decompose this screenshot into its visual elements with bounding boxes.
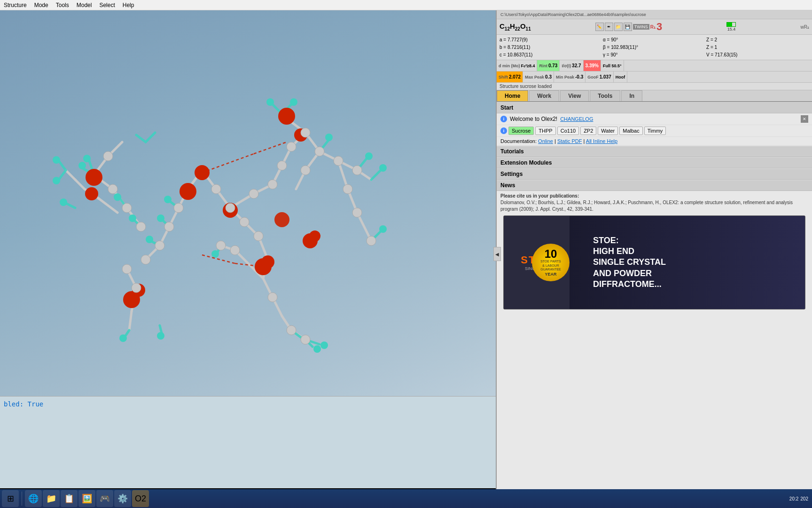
svg-point-122	[379, 225, 387, 233]
param-gamma: γ = 90°	[603, 51, 706, 58]
svg-point-106	[254, 231, 263, 241]
collapse-panel-arrow[interactable]: ◀	[493, 247, 501, 261]
tab-in[interactable]: In	[621, 90, 642, 101]
crystal-thpp[interactable]: THPP	[535, 127, 555, 135]
svg-point-133	[211, 250, 219, 258]
svg-point-87	[315, 147, 324, 156]
crystal-water[interactable]: Water	[598, 127, 618, 135]
shift-cell: Shift 2.072	[497, 71, 523, 82]
crystal-zp2[interactable]: ZP2	[580, 127, 596, 135]
draw-icon[interactable]: ✏️	[595, 23, 604, 31]
svg-point-107	[268, 293, 277, 302]
svg-point-101	[108, 184, 117, 194]
status-message: Structure sucrose loaded	[497, 83, 812, 90]
svg-point-104	[103, 151, 113, 161]
full-pct-cell: Full 50.5°	[601, 60, 624, 71]
svg-point-123	[78, 162, 86, 169]
svg-point-75	[85, 187, 98, 200]
rint-cell: Rint 0.73	[537, 60, 560, 71]
hoof-cell: Hoof	[614, 71, 628, 82]
stoe-badge: 10 STOE PARTS & LABOUR GUARANTEE YEAR	[532, 244, 570, 281]
svg-point-92	[268, 180, 277, 189]
welcome-text: Welcome to Olex2!	[510, 116, 557, 122]
close-welcome-btn[interactable]: ✕	[801, 115, 808, 123]
taskbar-app3[interactable]: 🎮	[96, 490, 113, 507]
svg-point-119	[325, 134, 333, 141]
svg-point-77	[180, 183, 196, 200]
stats-row-2: Shift 2.072 Max Peak 0.3 Min Peak -0.3 G…	[497, 71, 812, 83]
svg-point-118	[290, 98, 297, 106]
section-settings[interactable]: Settings	[497, 168, 812, 180]
section-news[interactable]: News	[497, 180, 812, 191]
svg-point-81	[274, 212, 289, 227]
stoe-badge-number: 10	[545, 248, 557, 260]
console-text: bled: True	[4, 400, 43, 408]
svg-point-86	[301, 128, 310, 137]
svg-point-96	[211, 184, 221, 194]
doc-inline-help[interactable]: All Inline Help	[586, 138, 617, 144]
taskbar-olex2[interactable]: O2	[132, 490, 149, 507]
svg-point-128	[114, 193, 121, 201]
svg-point-72	[278, 108, 295, 125]
tab-tools[interactable]: Tools	[590, 90, 620, 101]
crystal-timmy[interactable]: Timmy	[644, 127, 666, 135]
menu-model[interactable]: Model	[73, 1, 96, 9]
doc-online[interactable]: Online	[538, 138, 553, 144]
stoe-text-area: STOE:HIGH ENDSINGLE CRYSTALAND POWDERDIF…	[570, 216, 805, 309]
max-peak-cell: Max Peak 0.3	[523, 71, 554, 82]
svg-point-131	[146, 236, 153, 243]
tab-home[interactable]: Home	[497, 90, 528, 101]
rint-pct-cell: 3.39%	[584, 60, 601, 71]
r1-display: R₁	[650, 24, 656, 30]
param-beta: β = 102.983(11)°	[603, 44, 706, 51]
edit-icon[interactable]: ✒	[605, 23, 613, 31]
crystal-malbac[interactable]: Malbac	[619, 127, 642, 135]
crystals-row: i Sucrose THPP Co110 ZP2 Water Malbac Ti…	[497, 125, 812, 137]
crystal-sucrose[interactable]: Sucrose	[508, 127, 534, 135]
taskbar-start[interactable]: ⊞	[2, 490, 19, 507]
tray-time: 20:2	[789, 496, 798, 501]
folder-icon[interactable]: 📁	[614, 23, 623, 31]
battery-label: 15.4	[727, 27, 736, 32]
svg-rect-0	[0, 10, 496, 396]
menu-structure[interactable]: Structure	[0, 1, 31, 9]
section-tutorials[interactable]: Tutorials	[497, 146, 812, 157]
svg-point-98	[164, 222, 174, 231]
svg-point-136	[119, 334, 127, 342]
wr2-label: wR₂	[801, 24, 809, 30]
menu-select[interactable]: Select	[95, 1, 118, 9]
svg-point-127	[60, 198, 67, 206]
twins-label: TWINS	[633, 24, 649, 30]
menubar: Structure Mode Tools Model Select Help	[0, 0, 812, 10]
tab-view[interactable]: View	[560, 90, 589, 101]
panel-subtitle: C:\Users\Tokyo\AppData\Roaming\Olex2Dat.…	[500, 12, 808, 17]
svg-point-135	[320, 341, 328, 349]
doc-static-pdf[interactable]: Static PDF	[557, 138, 582, 144]
tab-work[interactable]: Work	[529, 90, 559, 101]
menu-help[interactable]: Help	[119, 1, 138, 9]
taskbar-app4[interactable]: ⚙️	[114, 490, 131, 507]
save-icon[interactable]: 💾	[624, 23, 632, 31]
menu-tools[interactable]: Tools	[52, 1, 73, 9]
viewport[interactable]	[0, 10, 496, 396]
stoe-advertisement[interactable]: STOE SINCE 1887 10 STOE PARTS & LABOUR G…	[503, 215, 805, 310]
section-ext-modules[interactable]: Extension Modules	[497, 157, 812, 168]
taskbar-app1[interactable]: 📋	[61, 490, 78, 507]
svg-point-110	[230, 246, 240, 255]
param-b: b = 8.7216(11)	[500, 44, 602, 51]
svg-point-124	[83, 155, 91, 162]
section-start[interactable]: Start	[497, 102, 812, 113]
svg-point-74	[86, 169, 102, 186]
taskbar-explorer[interactable]: 📁	[43, 490, 60, 507]
crystal-co110[interactable]: Co110	[557, 127, 579, 135]
taskbar-browser[interactable]: 🌐	[25, 490, 42, 507]
svg-point-111	[216, 241, 226, 250]
param-alpha: α = 90°	[603, 36, 706, 43]
menu-mode[interactable]: Mode	[31, 1, 52, 9]
svg-point-80	[261, 255, 274, 269]
battery-icon	[726, 22, 736, 27]
svg-point-132	[164, 196, 172, 203]
taskbar-app2[interactable]: 🖼️	[78, 490, 95, 507]
param-V: V = 717.63(15)	[706, 51, 809, 58]
changelog-link[interactable]: CHANGELOG	[560, 116, 593, 122]
